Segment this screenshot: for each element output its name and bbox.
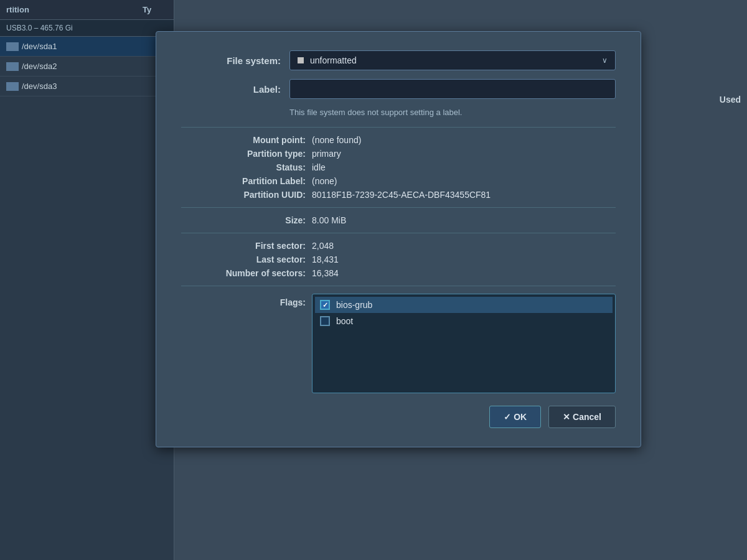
divider-2 [181, 207, 616, 208]
status-label: Status: [181, 162, 306, 172]
flag-checkbox-boot[interactable] [320, 316, 330, 326]
filesystem-value: unformatted [310, 55, 357, 65]
ok-button[interactable]: ✓ OK [489, 406, 541, 428]
partition-type-indicator-3 [6, 82, 19, 91]
filesystem-dot-icon [298, 57, 304, 63]
size-value: 8.00 MiB [312, 215, 346, 225]
status-value: idle [312, 162, 326, 172]
label-field-label: Label: [181, 84, 281, 95]
flag-checkbox-bios-grub[interactable] [320, 300, 330, 310]
partition-type-label: Partition type: [181, 149, 306, 159]
label-row: Label: [181, 79, 616, 99]
partition-col-header: rtition [6, 5, 143, 14]
partition-type-indicator [6, 42, 19, 51]
label-input-wrapper [289, 79, 616, 99]
flags-label: Flags: [181, 294, 306, 307]
uuid-value: 80118F1B-7239-2C45-AECA-DBF43455CF81 [312, 190, 491, 200]
filesystem-label: File system: [181, 55, 281, 66]
divider-1 [181, 127, 616, 128]
partition-row-sda3[interactable]: /dev/sda3 [0, 77, 174, 96]
chevron-down-icon: ∨ [602, 56, 608, 65]
filesystem-dropdown[interactable]: unformatted ∨ [289, 50, 616, 70]
disk-label: USB3.0 – 465.76 Gi [0, 20, 174, 37]
partition-name-sda3: /dev/sda3 [22, 82, 167, 91]
status-row: Status: idle [181, 162, 616, 172]
label-helper-text: This file system does not support settin… [289, 108, 616, 117]
mount-point-label: Mount point: [181, 135, 306, 145]
partition-row-sda1[interactable]: /dev/sda1 [0, 37, 174, 57]
num-sectors-row: Number of sectors: 16,384 [181, 268, 616, 278]
label-input[interactable] [289, 79, 616, 99]
flags-section: Flags: bios-grub boot [181, 294, 616, 393]
size-row: Size: 8.00 MiB [181, 215, 616, 225]
filesystem-row: File system: unformatted ∨ [181, 50, 616, 70]
info-section: Mount point: (none found) Partition type… [181, 135, 616, 200]
partition-label-value: (none) [312, 176, 337, 186]
size-section: Size: 8.00 MiB [181, 215, 616, 225]
flag-label-boot: boot [336, 316, 353, 326]
divider-4 [181, 286, 616, 286]
last-sector-label: Last sector: [181, 254, 306, 264]
type-col-header: Ty [143, 5, 167, 14]
size-label: Size: [181, 215, 306, 225]
mount-point-row: Mount point: (none found) [181, 135, 616, 145]
divider-3 [181, 233, 616, 233]
cancel-button[interactable]: ✕ Cancel [548, 406, 616, 428]
flag-item-bios-grub[interactable]: bios-grub [315, 297, 613, 313]
button-row: ✓ OK ✕ Cancel [181, 406, 616, 428]
num-sectors-label: Number of sectors: [181, 268, 306, 278]
partition-edit-dialog: File system: unformatted ∨ Label: This f… [156, 31, 641, 447]
sector-section: First sector: 2,048 Last sector: 18,431 … [181, 241, 616, 278]
partition-type-row: Partition type: primary [181, 149, 616, 159]
used-column-header: Used [665, 95, 747, 105]
partition-label-label: Partition Label: [181, 176, 306, 186]
last-sector-value: 18,431 [312, 254, 339, 264]
uuid-label: Partition UUID: [181, 190, 306, 200]
flags-list: bios-grub boot [312, 294, 616, 393]
first-sector-value: 2,048 [312, 241, 334, 251]
last-sector-row: Last sector: 18,431 [181, 254, 616, 264]
partition-row-sda2[interactable]: /dev/sda2 [0, 57, 174, 77]
partition-type-indicator-2 [6, 62, 19, 71]
uuid-row: Partition UUID: 80118F1B-7239-2C45-AECA-… [181, 190, 616, 200]
flag-item-boot[interactable]: boot [315, 313, 613, 329]
num-sectors-value: 16,384 [312, 268, 339, 278]
partition-name-sda1: /dev/sda1 [22, 42, 167, 51]
flag-label-bios-grub: bios-grub [336, 300, 372, 310]
partition-name-sda2: /dev/sda2 [22, 62, 167, 71]
partition-sidebar: rtition Ty USB3.0 – 465.76 Gi /dev/sda1 … [0, 0, 174, 560]
partition-type-value: primary [312, 149, 341, 159]
first-sector-row: First sector: 2,048 [181, 241, 616, 251]
sidebar-header: rtition Ty [0, 0, 174, 20]
first-sector-label: First sector: [181, 241, 306, 251]
mount-point-value: (none found) [312, 135, 361, 145]
partition-label-row: Partition Label: (none) [181, 176, 616, 186]
filesystem-dropdown-wrapper: unformatted ∨ [289, 50, 616, 70]
